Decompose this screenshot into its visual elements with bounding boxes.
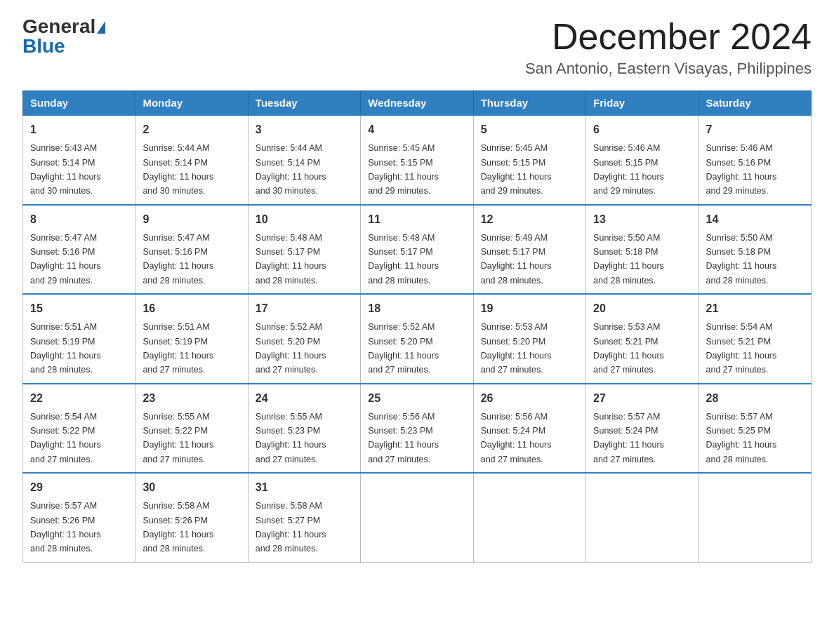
col-sunday: Sunday: [23, 91, 135, 116]
day-number: 21: [706, 300, 804, 317]
day-info: Sunrise: 5:45 AMSunset: 5:15 PMDaylight:…: [368, 143, 439, 196]
day-info: Sunrise: 5:47 AMSunset: 5:16 PMDaylight:…: [30, 233, 101, 286]
calendar-cell: 2Sunrise: 5:44 AMSunset: 5:14 PMDaylight…: [135, 115, 248, 205]
day-info: Sunrise: 5:57 AMSunset: 5:25 PMDaylight:…: [706, 412, 777, 464]
col-wednesday: Wednesday: [361, 91, 473, 116]
day-info: Sunrise: 5:47 AMSunset: 5:16 PMDaylight:…: [143, 233, 213, 286]
calendar-week-row: 29Sunrise: 5:57 AMSunset: 5:26 PMDayligh…: [23, 473, 812, 562]
day-number: 26: [481, 390, 578, 407]
day-number: 24: [256, 390, 353, 407]
day-number: 30: [143, 479, 240, 496]
title-block: December 2024 San Antonio, Eastern Visay…: [525, 17, 812, 78]
col-monday: Monday: [135, 91, 248, 116]
day-info: Sunrise: 5:56 AMSunset: 5:23 PMDaylight:…: [368, 412, 439, 464]
day-info: Sunrise: 5:57 AMSunset: 5:24 PMDaylight:…: [593, 412, 664, 464]
day-number: 11: [368, 211, 465, 228]
day-number: 4: [368, 121, 465, 138]
day-info: Sunrise: 5:56 AMSunset: 5:24 PMDaylight:…: [481, 412, 552, 464]
day-info: Sunrise: 5:44 AMSunset: 5:14 PMDaylight:…: [256, 143, 326, 196]
day-number: 20: [593, 300, 691, 317]
day-number: 22: [30, 390, 128, 407]
calendar-cell: 22Sunrise: 5:54 AMSunset: 5:22 PMDayligh…: [23, 384, 135, 474]
calendar-cell: [699, 473, 811, 562]
calendar-cell: 5Sunrise: 5:45 AMSunset: 5:15 PMDaylight…: [473, 115, 585, 205]
day-info: Sunrise: 5:52 AMSunset: 5:20 PMDaylight:…: [368, 322, 439, 375]
day-number: 23: [143, 390, 240, 407]
calendar-cell: 6Sunrise: 5:46 AMSunset: 5:15 PMDaylight…: [586, 115, 699, 205]
day-info: Sunrise: 5:58 AMSunset: 5:27 PMDaylight:…: [256, 501, 326, 554]
calendar-cell: 17Sunrise: 5:52 AMSunset: 5:20 PMDayligh…: [248, 294, 360, 384]
calendar-cell: 12Sunrise: 5:49 AMSunset: 5:17 PMDayligh…: [473, 205, 585, 295]
calendar-cell: 26Sunrise: 5:56 AMSunset: 5:24 PMDayligh…: [473, 384, 585, 474]
day-number: 28: [706, 390, 804, 407]
day-info: Sunrise: 5:43 AMSunset: 5:14 PMDaylight:…: [30, 143, 101, 196]
logo-general-line: General: [22, 17, 105, 36]
calendar-cell: 13Sunrise: 5:50 AMSunset: 5:18 PMDayligh…: [586, 205, 699, 295]
calendar-cell: 16Sunrise: 5:51 AMSunset: 5:19 PMDayligh…: [135, 294, 248, 384]
day-number: 18: [368, 300, 465, 317]
day-info: Sunrise: 5:58 AMSunset: 5:26 PMDaylight:…: [143, 501, 213, 554]
col-thursday: Thursday: [473, 91, 585, 116]
logo-blue-text: Blue: [22, 35, 65, 57]
day-number: 1: [30, 121, 128, 138]
day-number: 14: [706, 211, 804, 228]
calendar-cell: 23Sunrise: 5:55 AMSunset: 5:22 PMDayligh…: [135, 384, 248, 474]
logo-general-text: General: [22, 15, 95, 37]
day-number: 7: [706, 121, 804, 138]
day-info: Sunrise: 5:54 AMSunset: 5:22 PMDaylight:…: [30, 412, 101, 464]
calendar-week-row: 15Sunrise: 5:51 AMSunset: 5:19 PMDayligh…: [23, 294, 812, 384]
day-number: 9: [143, 211, 240, 228]
day-info: Sunrise: 5:49 AMSunset: 5:17 PMDaylight:…: [481, 233, 552, 286]
calendar-cell: [473, 473, 585, 562]
calendar-cell: 31Sunrise: 5:58 AMSunset: 5:27 PMDayligh…: [248, 473, 360, 562]
day-number: 13: [593, 211, 691, 228]
calendar-cell: 27Sunrise: 5:57 AMSunset: 5:24 PMDayligh…: [586, 384, 699, 474]
calendar-cell: 19Sunrise: 5:53 AMSunset: 5:20 PMDayligh…: [473, 294, 585, 384]
calendar-week-row: 1Sunrise: 5:43 AMSunset: 5:14 PMDaylight…: [23, 115, 812, 205]
calendar-cell: 24Sunrise: 5:55 AMSunset: 5:23 PMDayligh…: [248, 384, 360, 474]
day-info: Sunrise: 5:51 AMSunset: 5:19 PMDaylight:…: [30, 322, 101, 375]
month-year-title: December 2024: [525, 17, 812, 57]
calendar-cell: [361, 473, 473, 562]
calendar-header-row: Sunday Monday Tuesday Wednesday Thursday…: [23, 91, 812, 116]
day-number: 16: [143, 300, 240, 317]
calendar-cell: 8Sunrise: 5:47 AMSunset: 5:16 PMDaylight…: [23, 205, 135, 295]
day-number: 2: [143, 121, 240, 138]
calendar-cell: 30Sunrise: 5:58 AMSunset: 5:26 PMDayligh…: [135, 473, 248, 562]
day-info: Sunrise: 5:50 AMSunset: 5:18 PMDaylight:…: [706, 233, 777, 286]
calendar-cell: 28Sunrise: 5:57 AMSunset: 5:25 PMDayligh…: [699, 384, 811, 474]
day-info: Sunrise: 5:54 AMSunset: 5:21 PMDaylight:…: [706, 322, 777, 375]
logo: General Blue: [22, 17, 105, 56]
day-info: Sunrise: 5:45 AMSunset: 5:15 PMDaylight:…: [481, 143, 552, 196]
day-number: 8: [30, 211, 128, 228]
day-info: Sunrise: 5:50 AMSunset: 5:18 PMDaylight:…: [593, 233, 664, 286]
calendar-cell: 9Sunrise: 5:47 AMSunset: 5:16 PMDaylight…: [135, 205, 248, 295]
day-info: Sunrise: 5:55 AMSunset: 5:22 PMDaylight:…: [143, 412, 213, 464]
day-info: Sunrise: 5:46 AMSunset: 5:15 PMDaylight:…: [593, 143, 664, 196]
calendar-cell: 10Sunrise: 5:48 AMSunset: 5:17 PMDayligh…: [248, 205, 360, 295]
calendar-week-row: 22Sunrise: 5:54 AMSunset: 5:22 PMDayligh…: [23, 384, 812, 474]
calendar-cell: 14Sunrise: 5:50 AMSunset: 5:18 PMDayligh…: [699, 205, 811, 295]
day-info: Sunrise: 5:44 AMSunset: 5:14 PMDaylight:…: [143, 143, 213, 196]
day-info: Sunrise: 5:57 AMSunset: 5:26 PMDaylight:…: [30, 501, 101, 554]
day-number: 15: [30, 300, 128, 317]
day-info: Sunrise: 5:48 AMSunset: 5:17 PMDaylight:…: [368, 233, 439, 286]
day-info: Sunrise: 5:46 AMSunset: 5:16 PMDaylight:…: [706, 143, 777, 196]
day-number: 31: [256, 479, 353, 496]
page-header: General Blue December 2024 San Antonio, …: [22, 17, 812, 78]
day-number: 27: [593, 390, 691, 407]
day-info: Sunrise: 5:51 AMSunset: 5:19 PMDaylight:…: [143, 322, 213, 375]
day-info: Sunrise: 5:53 AMSunset: 5:21 PMDaylight:…: [593, 322, 664, 375]
col-friday: Friday: [586, 91, 699, 116]
calendar-cell: 21Sunrise: 5:54 AMSunset: 5:21 PMDayligh…: [699, 294, 811, 384]
calendar-cell: 1Sunrise: 5:43 AMSunset: 5:14 PMDaylight…: [23, 115, 135, 205]
col-saturday: Saturday: [699, 91, 811, 116]
location-subtitle: San Antonio, Eastern Visayas, Philippine…: [525, 60, 812, 78]
day-number: 12: [481, 211, 578, 228]
day-info: Sunrise: 5:53 AMSunset: 5:20 PMDaylight:…: [481, 322, 552, 375]
day-number: 25: [368, 390, 465, 407]
day-number: 6: [593, 121, 691, 138]
calendar-cell: 7Sunrise: 5:46 AMSunset: 5:16 PMDaylight…: [699, 115, 811, 205]
col-tuesday: Tuesday: [248, 91, 360, 116]
day-number: 19: [481, 300, 578, 317]
